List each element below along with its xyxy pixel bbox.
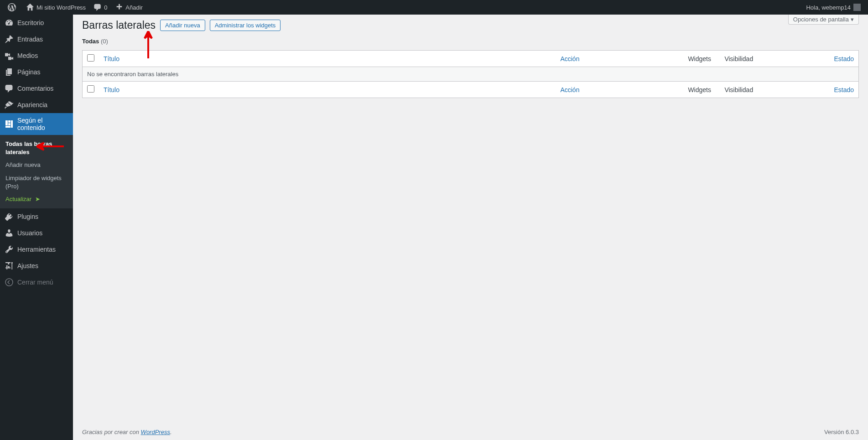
adminbar-site-link[interactable]: Mi sitio WordPress	[22, 0, 89, 15]
wp-logo[interactable]	[4, 0, 22, 15]
col-action-foot[interactable]: Acción	[556, 82, 683, 98]
sidebar-item-label: Apariencia	[17, 101, 47, 109]
sidebar-item-label: Cerrar menú	[17, 279, 53, 286]
footer-version: Versión 6.0.3	[824, 429, 859, 435]
sidebar-item-settings[interactable]: Ajustes	[0, 258, 73, 274]
sliders-icon	[5, 261, 14, 270]
sidebar-subitem-cleaner[interactable]: Limpiador de widgets (Pro)	[0, 172, 73, 193]
col-visibility-foot: Visibilidad	[720, 82, 829, 98]
home-icon	[26, 3, 35, 12]
sidebar-item-pages[interactable]: Páginas	[0, 64, 73, 80]
adminbar-comments[interactable]: 0	[89, 0, 111, 15]
page-title: Barras laterales	[82, 19, 156, 31]
layout-icon	[5, 119, 14, 129]
col-action[interactable]: Acción	[556, 51, 683, 67]
select-all-checkbox-bottom[interactable]	[87, 85, 94, 93]
user-icon	[5, 228, 14, 238]
sidebar-item-label: Ajustes	[17, 262, 38, 269]
filter-all-count: (0)	[101, 38, 108, 45]
filter-all[interactable]: Todas	[82, 38, 99, 45]
col-title[interactable]: Título	[99, 51, 556, 67]
svg-point-0	[5, 279, 13, 286]
list-filter: Todas (0)	[82, 38, 859, 45]
col-status-foot[interactable]: Estado	[829, 82, 858, 98]
sidebar-item-label: Herramientas	[17, 246, 56, 253]
col-widgets: Widgets	[683, 51, 720, 67]
sidebar-item-label: Entradas	[17, 36, 43, 43]
chevron-down-icon: ▾	[851, 16, 854, 23]
col-widgets-foot: Widgets	[683, 82, 720, 98]
adminbar-account[interactable]: Hola, webemp14	[802, 0, 864, 15]
add-new-button[interactable]: Añadir nueva	[160, 20, 205, 31]
plus-icon	[114, 3, 124, 12]
empty-message: No se encontraron barras laterales	[83, 67, 859, 82]
sidebar-item-plugins[interactable]: Plugins	[0, 208, 73, 225]
sidebar-submenu: Todas las barras laterales Añadir nueva …	[0, 135, 73, 208]
col-visibility: Visibilidad	[720, 51, 829, 67]
sidebar-item-label: Comentarios	[17, 85, 53, 92]
sidebar-item-label: Páginas	[17, 68, 41, 76]
arrow-right-icon: ➤	[33, 196, 40, 202]
col-title-foot[interactable]: Título	[99, 82, 556, 98]
footer-thanks: Gracias por crear con WordPress.	[82, 429, 172, 435]
plugin-icon	[5, 212, 14, 221]
select-all-checkbox-top[interactable]	[87, 54, 94, 62]
page-icon	[5, 67, 14, 77]
wordpress-icon	[7, 3, 16, 12]
sidebar-item-label: Escritorio	[17, 19, 44, 26]
media-icon	[5, 51, 14, 60]
adminbar-site-name: Mi sitio WordPress	[36, 4, 86, 11]
sidebar-item-contentaware[interactable]: Según el contenido	[0, 113, 73, 135]
table-row-empty: No se encontraron barras laterales	[83, 67, 859, 82]
adminbar-greeting: Hola, webemp14	[806, 4, 851, 11]
sidebar-item-tools[interactable]: Herramientas	[0, 241, 73, 258]
sidebar-subitem-add[interactable]: Añadir nueva	[0, 159, 73, 171]
sidebar-item-label: Usuarios	[17, 229, 42, 237]
adminbar-add-label: Añadir	[125, 4, 143, 11]
sidebar-item-label: Según el contenido	[17, 117, 68, 131]
sidebar-item-collapse[interactable]: Cerrar menú	[0, 274, 73, 290]
sidebar-item-users[interactable]: Usuarios	[0, 225, 73, 241]
screen-options-tab[interactable]: Opciones de pantalla ▾	[788, 15, 859, 25]
sidebar-item-comments[interactable]: Comentarios	[0, 80, 73, 97]
adminbar-add-new[interactable]: Añadir	[111, 0, 146, 15]
comment-icon	[93, 3, 102, 12]
wrench-icon	[5, 245, 14, 254]
sidebar-item-posts[interactable]: Entradas	[0, 31, 73, 47]
sidebar-item-label: Medios	[17, 52, 38, 59]
dashboard-icon	[5, 18, 14, 27]
collapse-icon	[5, 278, 14, 287]
sidebar-item-media[interactable]: Medios	[0, 47, 73, 64]
screen-options-label: Opciones de pantalla	[793, 16, 849, 23]
sidebar-subitem-all[interactable]: Todas las barras laterales	[0, 138, 73, 159]
sidebars-table: Título Acción Widgets Visibilidad Estado…	[82, 50, 859, 98]
manage-widgets-button[interactable]: Administrar los widgets	[210, 20, 281, 31]
comment-icon	[5, 84, 14, 93]
pin-icon	[5, 35, 14, 44]
col-status[interactable]: Estado	[829, 51, 858, 67]
brush-icon	[5, 100, 14, 109]
footer-wp-link[interactable]: WordPress	[141, 429, 170, 435]
sidebar-item-dashboard[interactable]: Escritorio	[0, 15, 73, 31]
avatar	[853, 4, 861, 11]
sidebar-subitem-update[interactable]: Actualizar ➤	[0, 193, 73, 206]
adminbar-comments-count: 0	[104, 4, 107, 11]
sidebar-item-appearance[interactable]: Apariencia	[0, 97, 73, 113]
sidebar-item-label: Plugins	[17, 213, 38, 220]
